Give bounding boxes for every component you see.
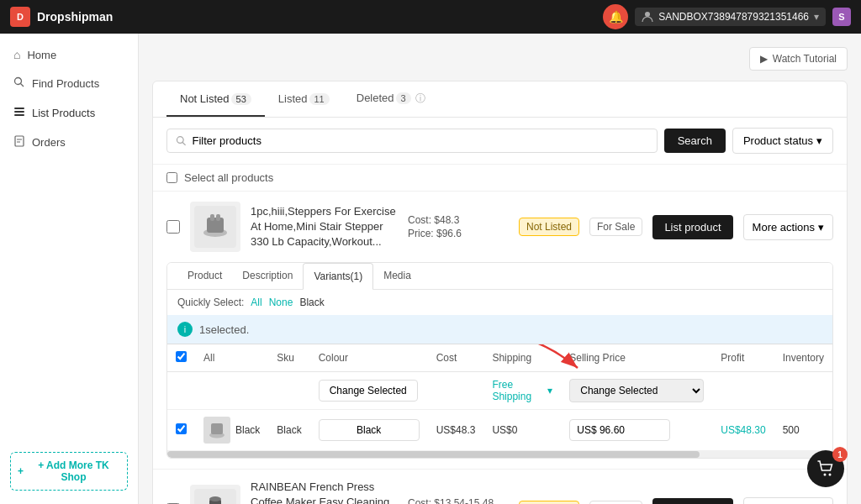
sidebar-item-home[interactable]: ⌂ Home bbox=[0, 40, 138, 69]
product-checkbox-1[interactable] bbox=[166, 220, 180, 234]
col-inventory: Inventory bbox=[774, 344, 832, 372]
product-status-badge-2: Not Listed bbox=[519, 501, 579, 504]
svg-point-0 bbox=[645, 12, 650, 17]
more-actions-button-2[interactable]: More actions ▾ bbox=[743, 497, 833, 504]
variant-row-black: Black Black US$48.3 US$0 US$48.30 bbox=[167, 410, 832, 451]
svg-rect-10 bbox=[210, 214, 214, 221]
product-status-button[interactable]: Product status ▾ bbox=[732, 128, 833, 154]
variant-checkbox-black[interactable] bbox=[176, 423, 187, 434]
select-all-checkbox[interactable] bbox=[166, 172, 177, 183]
quick-select-label: Quickly Select: bbox=[177, 297, 244, 308]
sidebar-item-list-products[interactable]: List Products bbox=[0, 98, 138, 128]
variants-select-all[interactable] bbox=[176, 351, 187, 362]
watch-tutorial-area: ▶ Watch Tutorial bbox=[152, 47, 848, 71]
change-price-select[interactable]: Change Selected bbox=[569, 379, 704, 402]
tab-deleted[interactable]: Deleted3 ⓘ bbox=[343, 81, 440, 118]
watch-tutorial-label: Watch Tutorial bbox=[773, 53, 837, 65]
quick-select-black[interactable]: Black bbox=[299, 297, 324, 308]
logo-area: D Dropshipman bbox=[10, 7, 113, 27]
product-title-2: RAINBEAN French Press Coffee Maker Easy … bbox=[251, 480, 398, 504]
add-shop-button[interactable]: + + Add More TK Shop bbox=[10, 452, 128, 491]
selected-info-bar: i 1selected. bbox=[167, 315, 832, 344]
chevron-down-icon: ▾ bbox=[818, 221, 824, 234]
search-icon bbox=[176, 135, 188, 147]
selling-price-input[interactable] bbox=[569, 419, 670, 441]
quick-select-all[interactable]: All bbox=[251, 297, 261, 308]
account-button[interactable]: SANDBOX738947879321351466 ▾ bbox=[635, 8, 826, 26]
product-main-2: RAINBEAN French Press Coffee Maker Easy … bbox=[166, 480, 833, 504]
sidebar-item-find-products[interactable]: Find Products bbox=[0, 69, 138, 98]
svg-point-19 bbox=[209, 496, 221, 501]
add-icon: + bbox=[18, 465, 24, 477]
cart-badge: 1 bbox=[832, 447, 848, 462]
scrollbar-area[interactable] bbox=[167, 451, 832, 458]
search-input[interactable] bbox=[193, 134, 648, 147]
list-product-button-2[interactable]: List product bbox=[652, 498, 732, 504]
add-shop-label: + Add More TK Shop bbox=[27, 459, 120, 483]
orders-icon bbox=[13, 135, 25, 150]
account-name: SANDBOX738947879321351466 bbox=[658, 11, 809, 23]
change-colour-button[interactable]: Change Selected bbox=[319, 380, 418, 402]
tabs-row: Not Listed53 Listed11 Deleted3 ⓘ bbox=[153, 81, 847, 118]
variant-tab-variants[interactable]: Variants(1) bbox=[303, 263, 373, 290]
quick-select-none[interactable]: None bbox=[269, 297, 293, 308]
variant-tab-media[interactable]: Media bbox=[373, 263, 421, 289]
col-profit: Profit bbox=[712, 344, 774, 372]
svg-point-6 bbox=[177, 136, 183, 143]
col-checkbox bbox=[167, 344, 195, 372]
more-actions-button-1[interactable]: More actions ▾ bbox=[743, 214, 833, 240]
top-bar: D Dropshipman 🔔 SANDBOX73894787932135146… bbox=[0, 0, 861, 34]
product-cost-2: Cost: $13.54-15.48 bbox=[408, 497, 509, 504]
play-icon: ▶ bbox=[760, 53, 768, 65]
product-image-1 bbox=[190, 202, 240, 252]
product-for-sale-1: For Sale bbox=[589, 218, 642, 236]
variants-table: All Sku Colour bbox=[167, 344, 832, 451]
product-status-badge-1: Not Listed bbox=[519, 218, 579, 236]
main-card: Not Listed53 Listed11 Deleted3 ⓘ bbox=[152, 81, 848, 504]
scrollbar-thumb[interactable] bbox=[167, 451, 700, 458]
variant-cost: US$48.3 bbox=[436, 424, 476, 436]
product-main-1: 1pc,hiii,Steppers For Exercise At Home,M… bbox=[166, 202, 833, 252]
variant-tab-product[interactable]: Product bbox=[177, 263, 232, 289]
list-product-button-1[interactable]: List product bbox=[652, 215, 732, 239]
cart-fab-button[interactable]: 1 bbox=[807, 450, 844, 487]
search-input-wrap bbox=[166, 129, 658, 153]
product-pricing-2: Cost: $13.54-15.48 Price: $30.78-35.18 bbox=[408, 497, 509, 504]
colour-value-input[interactable] bbox=[319, 419, 420, 441]
svg-rect-9 bbox=[207, 218, 224, 233]
tab-not-listed[interactable]: Not Listed53 bbox=[166, 82, 265, 117]
sidebar-item-home-label: Home bbox=[27, 49, 56, 61]
chevron-down-icon: ▾ bbox=[547, 385, 552, 396]
product-info-2: RAINBEAN French Press Coffee Maker Easy … bbox=[251, 480, 398, 504]
product-status-label: Product status bbox=[743, 134, 813, 147]
col-shipping: Shipping bbox=[483, 344, 561, 372]
variant-tab-description[interactable]: Description bbox=[232, 263, 303, 289]
logo-text: Dropshipman bbox=[37, 10, 113, 24]
sidebar-item-orders[interactable]: Orders bbox=[0, 128, 138, 157]
free-shipping-label: Free Shipping bbox=[492, 379, 544, 402]
quick-select-row: Quickly Select: All None Black bbox=[167, 290, 832, 315]
logo-icon: D bbox=[10, 7, 30, 27]
product-for-sale-2: For Sale bbox=[589, 501, 642, 504]
bell-button[interactable]: 🔔 bbox=[603, 4, 628, 29]
watch-tutorial-button[interactable]: ▶ Watch Tutorial bbox=[749, 47, 848, 71]
search-button[interactable]: Search bbox=[664, 129, 726, 153]
bell-icon: 🔔 bbox=[609, 10, 623, 24]
selected-count-label: 1selected. bbox=[199, 323, 249, 336]
account-avatar: S bbox=[832, 8, 851, 26]
find-products-icon bbox=[13, 76, 25, 91]
tab-listed[interactable]: Listed11 bbox=[265, 82, 343, 117]
product-row-1: 1pc,hiii,Steppers For Exercise At Home,M… bbox=[153, 191, 847, 469]
product-cost-1: Cost: $48.3 bbox=[408, 214, 509, 226]
svg-rect-11 bbox=[216, 214, 220, 221]
sidebar-item-list-label: List Products bbox=[32, 107, 95, 119]
product-image-2 bbox=[190, 485, 240, 504]
svg-rect-2 bbox=[14, 108, 24, 109]
chevron-down-icon: ▾ bbox=[814, 11, 819, 23]
svg-point-22 bbox=[829, 474, 832, 476]
free-shipping-button[interactable]: Free Shipping ▾ bbox=[492, 379, 552, 402]
cart-icon bbox=[816, 459, 835, 478]
variant-shipping: US$0 bbox=[492, 424, 517, 436]
svg-rect-3 bbox=[14, 111, 24, 113]
col-colour: Colour bbox=[310, 344, 428, 372]
